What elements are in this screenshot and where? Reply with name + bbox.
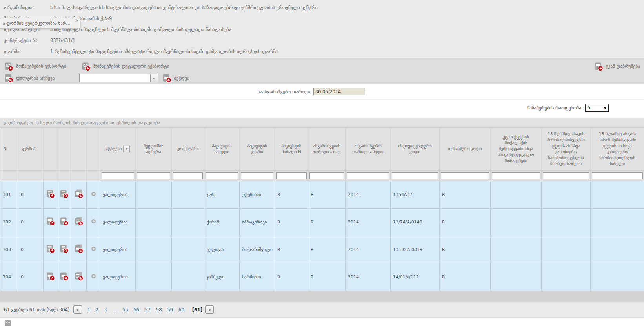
filter-input-comment[interactable] <box>173 172 203 179</box>
col-header-guardian-pn[interactable]: 18 წლამდე ასაკის პირის შემთხვევაში დედის… <box>542 128 591 170</box>
col-header-version[interactable]: ვერსია <box>18 128 44 170</box>
select-cell <box>87 263 100 291</box>
view-row-button[interactable] <box>59 216 69 226</box>
report-year-cell: 2014 <box>346 181 391 208</box>
versions-icon <box>74 244 84 254</box>
filter-input-first-name[interactable] <box>206 172 238 179</box>
page: ორგანიზაცია: ს.ს.ი.პ. ლ.საყვარელიძის სახ… <box>0 0 644 327</box>
error-cell <box>136 236 172 263</box>
filter-icon <box>4 73 14 83</box>
group-drop-bar[interactable]: გადმოიტანეთ ის სვეტი რომლის მიხედვითაც გ… <box>0 118 644 128</box>
error-cell <box>136 263 172 291</box>
edit-row-button[interactable] <box>45 244 55 254</box>
export-button[interactable]: მონაცემების ექსპორტი <box>4 62 66 71</box>
edit-cell <box>44 208 57 236</box>
col-header-last-name[interactable]: პაციენტის გვარი <box>240 128 275 170</box>
pagination-page-link[interactable]: 59 <box>167 307 173 312</box>
row-radio-icon[interactable] <box>91 274 96 278</box>
pagination-page-link[interactable]: 3 <box>104 307 107 312</box>
subcomponent-row: სუბ კომპონენტი: სისტემატიული პაციენტების… <box>0 24 644 35</box>
detail-export-button[interactable]: მონაცემების დეტალური ექსპორტი <box>81 62 169 71</box>
filter-cell-empty <box>71 170 87 181</box>
edit-icon <box>45 216 55 226</box>
filter-input-status[interactable] <box>102 172 134 179</box>
view-cell <box>57 208 71 236</box>
select-caret-icon: ▼ <box>604 106 606 110</box>
first-name-cell: ჯონი <box>204 181 240 208</box>
toolbar: მონაცემების ექსპორტი მონაცემების დეტალურ… <box>0 58 644 84</box>
pagination-pages: 123…555657585960 <box>84 307 187 312</box>
view-row-button[interactable] <box>59 244 69 254</box>
controls-band: საანგარიშგებო თარიღი ჩანაწერების რაოდენო… <box>0 84 644 118</box>
prev-page-button[interactable]: < <box>73 305 82 314</box>
col-header-foreign-id[interactable]: უცხო ქვეყნის მოქალაქის შემთხვევაში სხვა … <box>491 128 542 170</box>
col-header-status[interactable]: სტატუსი▼ <box>100 128 136 170</box>
view-icon <box>59 216 69 226</box>
col-header-guardian-name[interactable]: 18 წლამდე ასაკის პირის შემთხვევაში დედის… <box>591 128 644 170</box>
versions-row-button[interactable] <box>74 189 84 199</box>
filter-input-guardian-name[interactable] <box>592 172 643 179</box>
pagination-page-link[interactable]: 2 <box>96 307 98 312</box>
col-header-comment[interactable]: კომენტარი <box>172 128 204 170</box>
edit-icon <box>45 189 55 199</box>
pagination-page-link[interactable]: 56 <box>134 307 140 312</box>
back-button[interactable]: უკან დაბრუნება <box>594 62 640 71</box>
col-header-individual-code[interactable]: ინდივიდუალური კოდი <box>391 128 440 170</box>
form-row: ფორმა: 1 რეზისტენტული ტბ პაციენტების ამბ… <box>0 46 644 57</box>
row-radio-icon[interactable] <box>91 247 96 251</box>
report-date-row: საანგარიშგებო თარიღი <box>0 84 644 100</box>
filter-select-label: ფილტრის არჩევა <box>16 75 55 81</box>
expand-panel-icon[interactable]: » <box>75 18 78 23</box>
pagination-page-link[interactable]: 57 <box>145 307 151 312</box>
view-row-button[interactable] <box>59 271 69 281</box>
versions-row-button[interactable] <box>74 244 84 254</box>
table-body: 301 0 <box>0 181 644 291</box>
edit-row-button[interactable] <box>45 271 55 281</box>
form-value: 1 რეზისტენტული ტბ პაციენტების ამბულატორი… <box>50 49 278 54</box>
versions-row-button[interactable] <box>74 216 84 226</box>
col-header-report-year[interactable]: ანგარიშგების თარიღი - წელი <box>346 128 391 170</box>
status-cell: ვალიდურია <box>100 208 136 236</box>
col-header-personal-n[interactable]: პაციენტის პირადი N <box>275 128 308 170</box>
filter-input-report-year[interactable] <box>347 172 389 179</box>
individual-code-cell: 1354A37 <box>391 181 440 208</box>
filter-input-last-name[interactable] <box>241 172 273 179</box>
col-header-number[interactable]: № <box>0 128 18 170</box>
combobox-dropdown-icon[interactable]: ⌄ <box>151 74 158 82</box>
col-header-first-name[interactable]: პაციენტის სახელი <box>204 128 240 170</box>
filter-select-button[interactable]: ფილტრის არჩევა <box>4 73 55 83</box>
row-radio-icon[interactable] <box>91 192 96 196</box>
filter-input-report-month[interactable] <box>309 172 344 179</box>
col-header-error[interactable]: შეცდომის აღწერა <box>136 128 172 170</box>
bottom-strip <box>0 318 644 326</box>
filter-cell-empty <box>87 170 100 181</box>
pagination-page-link[interactable]: 55 <box>122 307 128 312</box>
pagination-page-link[interactable]: 1 <box>87 307 90 312</box>
col-header-financial-code[interactable]: ფინანსური კოდი <box>440 128 491 170</box>
pagination-ellipsis: … <box>112 307 117 312</box>
filter-input-guardian-pn[interactable] <box>543 172 589 179</box>
edit-row-button[interactable] <box>45 216 55 226</box>
print-icon <box>162 73 172 83</box>
filter-input-personal-n[interactable] <box>276 172 307 179</box>
filter-combobox-input[interactable] <box>79 74 151 82</box>
print-button[interactable]: ბეჭდვა <box>162 73 189 83</box>
edit-row-button[interactable] <box>45 189 55 199</box>
row-radio-icon[interactable] <box>91 219 96 223</box>
col-header-report-month[interactable]: ანგარიშგების თარიღი - თვე <box>308 128 346 170</box>
status-filter-dropdown-icon[interactable]: ▼ <box>123 146 130 152</box>
versions-cell <box>71 208 87 236</box>
contract-label: კონტრაქტის N: <box>4 38 50 43</box>
report-date-input[interactable] <box>313 88 365 95</box>
filter-input-error[interactable] <box>137 172 170 179</box>
versions-row-button[interactable] <box>74 271 84 281</box>
records-count-select[interactable]: 5 ▼ <box>585 104 609 112</box>
view-row-button[interactable] <box>59 189 69 199</box>
filter-input-individual-code[interactable] <box>392 172 438 179</box>
filter-input-financial-code[interactable] <box>441 172 489 179</box>
pagination-page-link[interactable]: 60 <box>178 307 184 312</box>
filter-input-foreign-id[interactable] <box>492 172 540 179</box>
records-count-row: ჩანაწერების რაოდენობა: 5 ▼ <box>0 100 644 116</box>
pagination-page-link[interactable]: 58 <box>156 307 162 312</box>
next-page-button[interactable]: > <box>205 305 214 314</box>
